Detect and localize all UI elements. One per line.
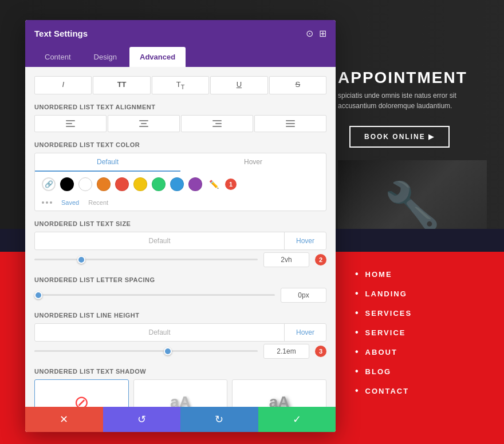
line-height-label: Unordered List Line Height: [34, 312, 326, 319]
nav-item-service[interactable]: SERVICE: [355, 327, 412, 338]
panel-footer: ✕ ↺ ↻ ✓: [25, 407, 336, 432]
color-link-icon[interactable]: 🔗: [42, 177, 56, 191]
small-caps-button[interactable]: TT: [152, 76, 209, 94]
format-buttons-row: I TT TT U S: [34, 76, 326, 94]
letter-spacing-slider[interactable]: [34, 294, 275, 296]
nav-item-contact[interactable]: CONTACT: [355, 386, 412, 396]
text-size-label: Unordered List Text Size: [34, 220, 326, 227]
color-default-tab[interactable]: Default: [35, 153, 180, 172]
color-saved-row: Saved Recent: [35, 197, 326, 211]
line-height-value[interactable]: 2.1em: [263, 344, 309, 359]
color-hover-tab[interactable]: Hover: [180, 153, 326, 172]
text-color-label: Unordered List Text Color: [34, 141, 326, 148]
nav-item-services[interactable]: SERVICES: [355, 308, 412, 318]
nav-item-landing[interactable]: LANDING: [355, 288, 412, 299]
line-height-slider[interactable]: [34, 350, 258, 352]
tab-content[interactable]: Content: [34, 47, 81, 67]
nav-item-about[interactable]: ABOUT: [355, 347, 412, 357]
alignment-label: Unordered List Text Alignment: [34, 104, 326, 110]
shadow-light-option[interactable]: aA: [133, 379, 228, 407]
no-shadow-icon: ⊘: [74, 391, 89, 407]
step-badge-1: 1: [225, 179, 237, 190]
hero-image: 🔧: [338, 160, 487, 229]
align-center-button[interactable]: [108, 115, 180, 132]
shadow-none-option[interactable]: ⊘: [34, 379, 129, 407]
swatch-blue[interactable]: [170, 177, 184, 191]
shadow-medium-preview: aA: [269, 393, 290, 407]
nav-item-blog[interactable]: BLOG: [355, 366, 412, 376]
panel-header: Text Settings ⊙ ⊞: [25, 20, 336, 47]
swatch-purple[interactable]: [188, 177, 202, 191]
text-size-control: Default Hover 2vh 2: [34, 232, 326, 267]
hero-subtext: spiciatis unde omnis iste natus error si…: [338, 90, 487, 111]
settings-icon[interactable]: ⊙: [306, 28, 313, 39]
letter-spacing-control: 0px: [34, 288, 326, 303]
text-size-slider-row: 2vh 2: [34, 252, 326, 267]
redo-button[interactable]: ↻: [180, 407, 258, 432]
color-dropper-button[interactable]: ✏️: [207, 177, 220, 191]
grid-icon[interactable]: ⊞: [319, 28, 326, 39]
alignment-buttons: [34, 115, 326, 132]
size-tab-input: Default Hover: [34, 232, 326, 250]
line-height-hover-tab[interactable]: Hover: [285, 324, 326, 341]
nav-item-home[interactable]: HOME: [355, 269, 412, 279]
line-height-slider-row: 2.1em 3: [34, 344, 326, 359]
swatch-green[interactable]: [152, 177, 166, 191]
nav-list: HOME LANDING SERVICES SERVICE ABOUT BLOG…: [355, 269, 412, 405]
align-left-button[interactable]: [34, 115, 107, 132]
bold-button[interactable]: TT: [93, 76, 150, 94]
appointment-heading: APPOINTMENT: [338, 69, 467, 87]
tab-advanced[interactable]: Advanced: [129, 47, 186, 67]
tab-design[interactable]: Design: [84, 47, 127, 67]
panel-tabs: Content Design Advanced: [25, 47, 336, 67]
letter-spacing-slider-row: 0px: [34, 288, 326, 303]
header-icons: ⊙ ⊞: [306, 28, 326, 39]
text-color-control: Default Hover 🔗 ✏️ 1: [34, 153, 326, 211]
step-badge-3: 3: [315, 346, 326, 357]
swatch-red[interactable]: [115, 177, 129, 191]
italic-button[interactable]: I: [34, 76, 92, 94]
text-size-slider[interactable]: [34, 259, 258, 260]
size-hover-tab[interactable]: Hover: [285, 232, 326, 249]
line-height-default-tab[interactable]: Default: [35, 324, 285, 341]
strikethrough-button[interactable]: S: [269, 76, 326, 94]
line-height-control: Default Hover 2.1em 3: [34, 323, 326, 359]
saved-label[interactable]: Saved: [61, 199, 79, 206]
align-right-button[interactable]: [181, 115, 253, 132]
undo-button[interactable]: ↺: [103, 407, 181, 432]
confirm-button[interactable]: ✓: [258, 407, 336, 432]
align-justify-button[interactable]: [254, 115, 326, 132]
step-badge-2: 2: [315, 254, 326, 265]
underline-button[interactable]: U: [210, 76, 267, 94]
cancel-button[interactable]: ✕: [25, 407, 103, 432]
letter-spacing-label: Unordered List Letter Spacing: [34, 276, 326, 283]
panel-content: I TT TT U S Unordered List Text Alignmen…: [25, 67, 336, 407]
shadow-medium-option[interactable]: aA: [232, 379, 326, 407]
line-height-tab-input: Default Hover: [34, 323, 326, 342]
tool-icon: 🔧: [384, 179, 441, 229]
swatch-orange[interactable]: [97, 177, 111, 191]
color-tabs: Default Hover: [35, 153, 326, 172]
text-settings-panel: Text Settings ⊙ ⊞ Content Design Advance…: [25, 20, 336, 432]
more-dots[interactable]: [42, 201, 52, 204]
shadow-options: ⊘ aA aA: [34, 379, 326, 407]
shadow-light-preview: aA: [170, 393, 191, 407]
letter-spacing-value[interactable]: 0px: [281, 288, 326, 303]
swatch-yellow[interactable]: [133, 177, 147, 191]
swatch-black[interactable]: [60, 177, 74, 191]
text-shadow-label: Unordered List Text Shadow: [34, 368, 326, 375]
swatch-white[interactable]: [78, 177, 92, 191]
text-size-value[interactable]: 2vh: [263, 252, 309, 267]
panel-title: Text Settings: [34, 29, 88, 38]
size-default-tab[interactable]: Default: [35, 232, 285, 249]
book-online-button[interactable]: BOOK ONLINE ▶: [349, 126, 450, 148]
recent-label[interactable]: Recent: [88, 199, 108, 206]
